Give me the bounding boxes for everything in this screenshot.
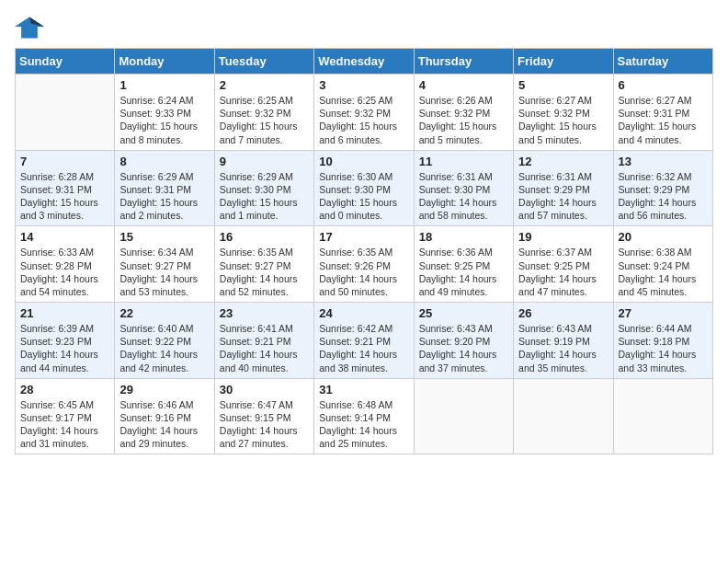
day-info: Sunrise: 6:48 AMSunset: 9:14 PMDaylight:… <box>319 398 408 451</box>
day-number: 22 <box>119 306 209 320</box>
day-number: 9 <box>220 155 309 168</box>
day-info: Sunrise: 6:30 AMSunset: 9:30 PMDaylight:… <box>319 170 408 223</box>
day-info: Sunrise: 6:38 AMSunset: 9:24 PMDaylight:… <box>619 246 708 298</box>
day-number: 12 <box>518 155 608 168</box>
calendar-day-cell <box>613 378 712 454</box>
day-number: 1 <box>119 78 209 92</box>
day-info: Sunrise: 6:44 AMSunset: 9:18 PMDaylight:… <box>619 322 708 374</box>
day-info: Sunrise: 6:29 AMSunset: 9:30 PMDaylight:… <box>220 170 309 223</box>
weekday-header: Monday <box>115 49 214 75</box>
day-info: Sunrise: 6:29 AMSunset: 9:31 PMDaylight:… <box>119 170 209 223</box>
calendar-week-row: 7Sunrise: 6:28 AMSunset: 9:31 PMDaylight… <box>16 150 713 226</box>
calendar-day-cell: 13Sunrise: 6:32 AMSunset: 9:29 PMDayligh… <box>613 150 712 226</box>
calendar-day-cell: 29Sunrise: 6:46 AMSunset: 9:16 PMDayligh… <box>115 378 214 454</box>
day-info: Sunrise: 6:27 AMSunset: 9:32 PMDaylight:… <box>518 94 608 146</box>
day-info: Sunrise: 6:25 AMSunset: 9:32 PMDaylight:… <box>319 94 408 146</box>
day-number: 2 <box>220 78 309 92</box>
day-info: Sunrise: 6:28 AMSunset: 9:31 PMDaylight:… <box>20 170 109 223</box>
calendar-day-cell: 24Sunrise: 6:42 AMSunset: 9:21 PMDayligh… <box>314 303 414 379</box>
day-number: 7 <box>20 155 109 168</box>
calendar-day-cell: 7Sunrise: 6:28 AMSunset: 9:31 PMDaylight… <box>16 150 115 226</box>
day-number: 11 <box>419 155 508 168</box>
calendar-week-row: 14Sunrise: 6:33 AMSunset: 9:28 PMDayligh… <box>16 226 713 303</box>
calendar-day-cell: 2Sunrise: 6:25 AMSunset: 9:32 PMDaylight… <box>214 75 313 151</box>
day-info: Sunrise: 6:31 AMSunset: 9:29 PMDaylight:… <box>518 170 608 223</box>
calendar-day-cell: 4Sunrise: 6:26 AMSunset: 9:32 PMDaylight… <box>414 75 513 151</box>
day-info: Sunrise: 6:31 AMSunset: 9:30 PMDaylight:… <box>419 170 508 223</box>
calendar-day-cell: 22Sunrise: 6:40 AMSunset: 9:22 PMDayligh… <box>115 303 214 379</box>
calendar-day-cell: 16Sunrise: 6:35 AMSunset: 9:27 PMDayligh… <box>214 226 313 303</box>
calendar-day-cell: 15Sunrise: 6:34 AMSunset: 9:27 PMDayligh… <box>115 226 214 303</box>
calendar-day-cell: 12Sunrise: 6:31 AMSunset: 9:29 PMDayligh… <box>514 150 613 226</box>
calendar-week-row: 1Sunrise: 6:24 AMSunset: 9:33 PMDaylight… <box>16 75 713 151</box>
weekday-header: Wednesday <box>314 49 414 75</box>
day-number: 21 <box>20 306 109 320</box>
calendar-day-cell: 6Sunrise: 6:27 AMSunset: 9:31 PMDaylight… <box>613 75 712 151</box>
calendar-day-cell: 23Sunrise: 6:41 AMSunset: 9:21 PMDayligh… <box>214 303 313 379</box>
day-info: Sunrise: 6:27 AMSunset: 9:31 PMDaylight:… <box>619 94 708 146</box>
day-number: 30 <box>220 383 309 396</box>
day-number: 20 <box>619 230 708 244</box>
weekday-header: Friday <box>514 49 613 75</box>
calendar-week-row: 28Sunrise: 6:45 AMSunset: 9:17 PMDayligh… <box>16 378 713 454</box>
calendar-day-cell: 31Sunrise: 6:48 AMSunset: 9:14 PMDayligh… <box>314 378 414 454</box>
day-number: 5 <box>518 78 608 92</box>
calendar-day-cell: 19Sunrise: 6:37 AMSunset: 9:25 PMDayligh… <box>514 226 613 303</box>
calendar-day-cell: 25Sunrise: 6:43 AMSunset: 9:20 PMDayligh… <box>414 303 513 379</box>
day-number: 17 <box>319 230 408 244</box>
day-info: Sunrise: 6:41 AMSunset: 9:21 PMDaylight:… <box>220 322 309 374</box>
calendar-day-cell <box>414 378 513 454</box>
calendar-day-cell <box>16 75 115 151</box>
calendar-day-cell: 21Sunrise: 6:39 AMSunset: 9:23 PMDayligh… <box>16 303 115 379</box>
calendar-day-cell: 20Sunrise: 6:38 AMSunset: 9:24 PMDayligh… <box>613 226 712 303</box>
day-info: Sunrise: 6:39 AMSunset: 9:23 PMDaylight:… <box>20 322 109 374</box>
day-number: 8 <box>119 155 209 168</box>
day-info: Sunrise: 6:37 AMSunset: 9:25 PMDaylight:… <box>518 246 608 298</box>
page-header <box>15 15 713 40</box>
calendar-day-cell: 9Sunrise: 6:29 AMSunset: 9:30 PMDaylight… <box>214 150 313 226</box>
day-number: 4 <box>419 78 508 92</box>
day-info: Sunrise: 6:46 AMSunset: 9:16 PMDaylight:… <box>119 398 209 451</box>
day-info: Sunrise: 6:25 AMSunset: 9:32 PMDaylight:… <box>220 94 309 146</box>
weekday-header: Sunday <box>16 49 115 75</box>
day-number: 28 <box>20 383 109 396</box>
day-number: 23 <box>220 306 309 320</box>
day-info: Sunrise: 6:47 AMSunset: 9:15 PMDaylight:… <box>220 398 309 451</box>
calendar-day-cell: 18Sunrise: 6:36 AMSunset: 9:25 PMDayligh… <box>414 226 513 303</box>
calendar-day-cell: 28Sunrise: 6:45 AMSunset: 9:17 PMDayligh… <box>16 378 115 454</box>
calendar-day-cell: 14Sunrise: 6:33 AMSunset: 9:28 PMDayligh… <box>16 226 115 303</box>
calendar-day-cell: 5Sunrise: 6:27 AMSunset: 9:32 PMDaylight… <box>514 75 613 151</box>
calendar-day-cell: 3Sunrise: 6:25 AMSunset: 9:32 PMDaylight… <box>314 75 414 151</box>
day-info: Sunrise: 6:43 AMSunset: 9:19 PMDaylight:… <box>518 322 608 374</box>
day-number: 26 <box>518 306 608 320</box>
calendar-table: SundayMondayTuesdayWednesdayThursdayFrid… <box>15 48 713 454</box>
day-info: Sunrise: 6:26 AMSunset: 9:32 PMDaylight:… <box>419 94 508 146</box>
day-info: Sunrise: 6:36 AMSunset: 9:25 PMDaylight:… <box>419 246 508 298</box>
calendar-day-cell: 10Sunrise: 6:30 AMSunset: 9:30 PMDayligh… <box>314 150 414 226</box>
day-number: 3 <box>319 78 408 92</box>
day-number: 27 <box>619 306 708 320</box>
day-info: Sunrise: 6:43 AMSunset: 9:20 PMDaylight:… <box>419 322 508 374</box>
day-info: Sunrise: 6:42 AMSunset: 9:21 PMDaylight:… <box>319 322 408 374</box>
day-info: Sunrise: 6:45 AMSunset: 9:17 PMDaylight:… <box>20 398 109 451</box>
day-number: 13 <box>619 155 708 168</box>
day-info: Sunrise: 6:34 AMSunset: 9:27 PMDaylight:… <box>119 246 209 298</box>
day-number: 24 <box>319 306 408 320</box>
day-number: 29 <box>119 383 209 396</box>
calendar-header-row: SundayMondayTuesdayWednesdayThursdayFrid… <box>16 49 713 75</box>
day-info: Sunrise: 6:24 AMSunset: 9:33 PMDaylight:… <box>119 94 209 146</box>
day-number: 25 <box>419 306 508 320</box>
calendar-day-cell: 30Sunrise: 6:47 AMSunset: 9:15 PMDayligh… <box>214 378 313 454</box>
logo <box>15 15 48 40</box>
day-info: Sunrise: 6:40 AMSunset: 9:22 PMDaylight:… <box>119 322 209 374</box>
calendar-week-row: 21Sunrise: 6:39 AMSunset: 9:23 PMDayligh… <box>16 303 713 379</box>
calendar-day-cell: 1Sunrise: 6:24 AMSunset: 9:33 PMDaylight… <box>115 75 214 151</box>
calendar-day-cell: 8Sunrise: 6:29 AMSunset: 9:31 PMDaylight… <box>115 150 214 226</box>
weekday-header: Thursday <box>414 49 513 75</box>
day-info: Sunrise: 6:33 AMSunset: 9:28 PMDaylight:… <box>20 246 109 298</box>
day-number: 6 <box>619 78 708 92</box>
calendar-day-cell: 11Sunrise: 6:31 AMSunset: 9:30 PMDayligh… <box>414 150 513 226</box>
day-info: Sunrise: 6:35 AMSunset: 9:26 PMDaylight:… <box>319 246 408 298</box>
logo-icon <box>15 15 44 40</box>
day-number: 16 <box>220 230 309 244</box>
